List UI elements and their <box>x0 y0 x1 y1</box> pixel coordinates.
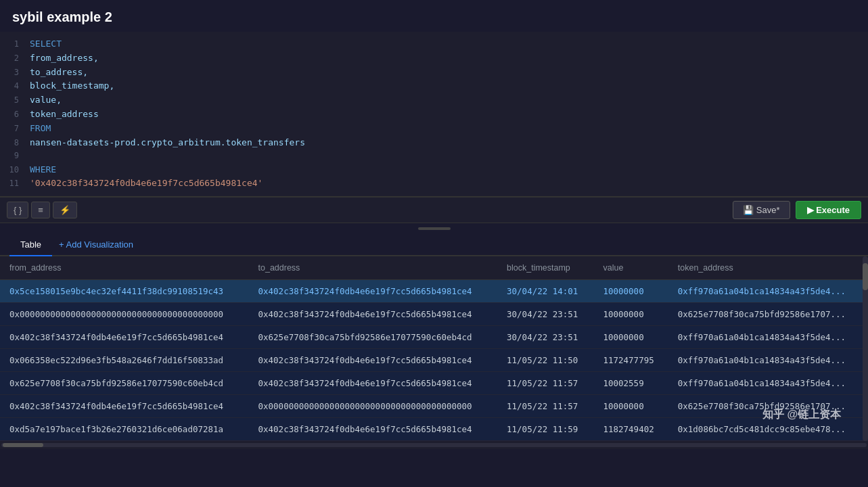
table-cell-token_address: 0x625e7708f30ca75bfd92586e1707... <box>668 395 868 418</box>
table-row: 0xd5a7e197bace1f3b26e2760321d6ce06ad0728… <box>0 418 868 441</box>
table-cell-token_address: 0xff970a61a04b1ca14834a43f5de4... <box>668 372 868 395</box>
table-cell-token_address: 0xff970a61a04b1ca14834a43f5de4... <box>668 280 868 303</box>
table-row: 0x402c38f343724f0db4e6e19f7cc5d665b4981c… <box>0 326 868 349</box>
toolbar: { } ≡ ⚡ 💾 Save* ▶ Execute <box>0 197 868 223</box>
title: sybil example 2 <box>0 0 868 32</box>
table-cell-from_address: 0xd5a7e197bace1f3b26e2760321d6ce06ad0728… <box>0 418 249 441</box>
code-line: 11 '0x402c38f343724f0db4e6e19f7cc5d665b4… <box>8 177 868 191</box>
code-block: 1SELECT2 from_address,3 to_address,4 blo… <box>0 32 868 196</box>
table-header-value: value <box>593 256 668 280</box>
table-cell-from_address: 0x402c38f343724f0db4e6e19f7cc5d665b4981c… <box>0 326 249 349</box>
table-cell-block_timestamp: 30/04/22 23:51 <box>497 326 593 349</box>
table-header-to_address: to_address <box>249 256 498 280</box>
table-cell-from_address: 0x402c38f343724f0db4e6e19f7cc5d665b4981c… <box>0 395 249 418</box>
tab-table[interactable]: Table <box>9 234 52 256</box>
table-cell-from_address: 0x00000000000000000000000000000000000000… <box>0 303 249 326</box>
format-list-button[interactable]: ≡ <box>31 202 50 218</box>
table-cell-token_address: 0xff970a61a04b1ca14834a43f5de4... <box>668 349 868 372</box>
code-line: 1SELECT <box>8 37 868 51</box>
table-header-block_timestamp: block_timestamp <box>497 256 593 280</box>
table-row: 0x00000000000000000000000000000000000000… <box>0 303 868 326</box>
table-header-token_address: token_address <box>668 256 868 280</box>
table-cell-to_address: 0x625e7708f30ca75bfd92586e17077590c60eb4… <box>249 326 498 349</box>
code-line: 9 <box>8 149 868 162</box>
table-cell-token_address: 0xff970a61a04b1ca14834a43f5de4... <box>668 326 868 349</box>
table-cell-to_address: 0x402c38f343724f0db4e6e19f7cc5d665b4981c… <box>249 303 498 326</box>
table-cell-to_address: 0x00000000000000000000000000000000000000… <box>249 395 498 418</box>
table-cell-value: 1172477795 <box>593 349 668 372</box>
table-cell-from_address: 0x066358ec522d96e3fb548a2646f7dd16f50833… <box>0 349 249 372</box>
run-button[interactable]: ⚡ <box>53 202 77 218</box>
resize-handle[interactable] <box>0 223 868 234</box>
table-cell-value: 10000000 <box>593 326 668 349</box>
format-json-button[interactable]: { } <box>7 202 28 218</box>
table-cell-to_address: 0x402c38f343724f0db4e6e19f7cc5d665b4981c… <box>249 349 498 372</box>
table-row: 0x066358ec522d96e3fb548a2646f7dd16f50833… <box>0 349 868 372</box>
vertical-scrollbar[interactable] <box>863 256 868 441</box>
table-cell-to_address: 0x402c38f343724f0db4e6e19f7cc5d665b4981c… <box>249 372 498 395</box>
code-line: 4 block_timestamp, <box>8 79 868 93</box>
editor-area: 1SELECT2 from_address,3 to_address,4 blo… <box>0 32 868 197</box>
save-button[interactable]: 💾 Save* <box>733 201 790 219</box>
code-line: 8 nansen-datasets-prod.crypto_arbitrum.t… <box>8 136 868 150</box>
add-visualization-button[interactable]: + Add Visualization <box>52 234 140 255</box>
table-cell-value: 1182749402 <box>593 418 668 441</box>
table-cell-block_timestamp: 11/05/22 11:57 <box>497 395 593 418</box>
table-cell-value: 10002559 <box>593 372 668 395</box>
table-cell-to_address: 0x402c38f343724f0db4e6e19f7cc5d665b4981c… <box>249 280 498 303</box>
table-cell-token_address: 0x625e7708f30ca75bfd92586e1707... <box>668 303 868 326</box>
table-header-row: from_addressto_addressblock_timestampval… <box>0 256 868 280</box>
table-row: 0x402c38f343724f0db4e6e19f7cc5d665b4981c… <box>0 395 868 418</box>
table-cell-token_address: 0x1d086bc7cd5c481dcc9c85ebe478... <box>668 418 868 441</box>
code-line: 10WHERE <box>8 163 868 177</box>
results-area: Table + Add Visualization from_addressto… <box>0 234 868 449</box>
table-row: 0x625e7708f30ca75bfd92586e17077590c60eb4… <box>0 372 868 395</box>
tabs-bar: Table + Add Visualization <box>0 234 868 256</box>
code-line: 6 token_address <box>8 108 868 122</box>
table-cell-value: 10000000 <box>593 303 668 326</box>
table-cell-value: 10000000 <box>593 280 668 303</box>
table-cell-value: 10000000 <box>593 395 668 418</box>
table-cell-block_timestamp: 30/04/22 14:01 <box>497 280 593 303</box>
horizontal-scrollbar[interactable] <box>0 441 868 449</box>
table-cell-block_timestamp: 11/05/22 11:59 <box>497 418 593 441</box>
table-row: 0x5ce158015e9bc4ec32ef4411f38dc99108519c… <box>0 280 868 303</box>
table-cell-from_address: 0x5ce158015e9bc4ec32ef4411f38dc99108519c… <box>0 280 249 303</box>
table-body: 0x5ce158015e9bc4ec32ef4411f38dc99108519c… <box>0 280 868 441</box>
table-header-from_address: from_address <box>0 256 249 280</box>
table-cell-block_timestamp: 11/05/22 11:57 <box>497 372 593 395</box>
results-table: from_addressto_addressblock_timestampval… <box>0 256 868 441</box>
table-cell-block_timestamp: 30/04/22 23:51 <box>497 303 593 326</box>
results-table-container: from_addressto_addressblock_timestampval… <box>0 256 868 441</box>
code-line: 7FROM <box>8 122 868 136</box>
code-line: 2 from_address, <box>8 51 868 66</box>
table-cell-to_address: 0x402c38f343724f0db4e6e19f7cc5d665b4981c… <box>249 418 498 441</box>
table-cell-block_timestamp: 11/05/22 11:50 <box>497 349 593 372</box>
execute-button[interactable]: ▶ Execute <box>796 201 861 219</box>
table-cell-from_address: 0x625e7708f30ca75bfd92586e17077590c60eb4… <box>0 372 249 395</box>
code-line: 5 value, <box>8 93 868 108</box>
code-line: 3 to_address, <box>8 66 868 80</box>
